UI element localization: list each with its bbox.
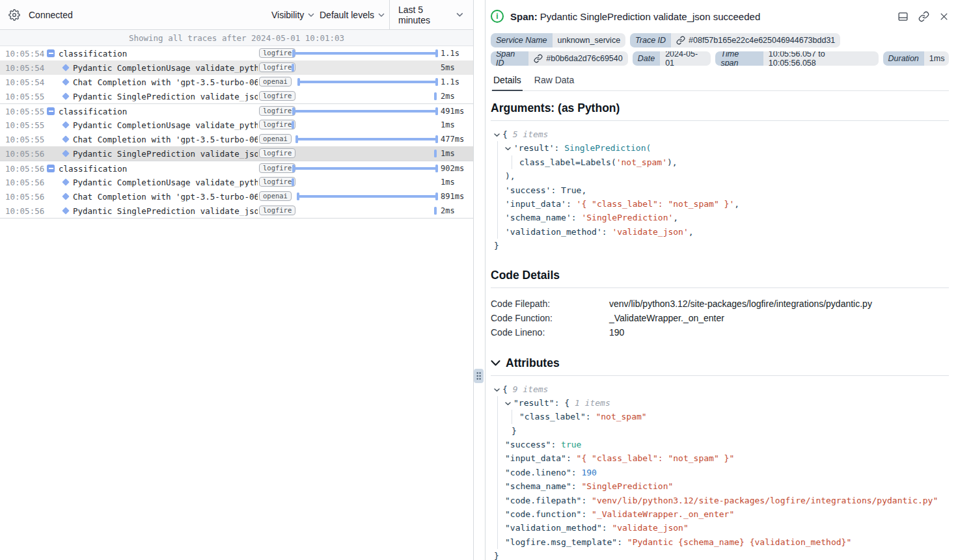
code-token-plain: ), — [505, 171, 515, 181]
trace-row[interactable]: 10:05:56classificationlogfire902ms — [0, 161, 473, 175]
duration-bar-tick — [434, 207, 437, 215]
code-line: "input_data": "{ "class_label": "not_spa… — [491, 451, 949, 465]
duration-bar — [292, 75, 438, 89]
collapse-chevron-icon — [505, 402, 511, 406]
trace-row[interactable]: 10:05:55Pydantic SinglePrediction valida… — [0, 89, 473, 103]
code-token-key: "input_data" — [505, 453, 566, 463]
duration-bar-start-tick — [292, 165, 295, 172]
duration-bar-line — [292, 110, 437, 113]
collapse-toggle-icon[interactable] — [47, 165, 55, 172]
badge-value[interactable]: #b0b6da2d76c69540 — [528, 51, 627, 66]
trace-row[interactable]: 10:05:55Pydantic CompletionUsage validat… — [0, 118, 473, 132]
scope-tag: logfire — [259, 91, 295, 101]
span-name: classification — [59, 106, 257, 116]
collapse-chevron[interactable] — [494, 382, 502, 396]
tab-raw-data[interactable]: Raw Data — [533, 75, 575, 90]
collapse-chevron[interactable] — [505, 396, 513, 410]
span-name: Chat Completion with 'gpt-3.5-turbo-061 — [73, 192, 258, 202]
code-token-str: "venv/lib/python3.12/site-packages/logfi… — [592, 496, 938, 505]
trace-row[interactable]: 10:05:54Chat Completion with 'gpt-3.5-tu… — [0, 75, 473, 89]
code-token-plain: : — [602, 523, 612, 533]
code-token-dim: 1 items — [575, 398, 610, 408]
code-token-num: 190 — [581, 468, 596, 477]
trace-row[interactable]: 10:05:54classificationlogfire1.1s — [0, 46, 473, 60]
code-line: } — [491, 549, 949, 560]
default-levels-menu[interactable]: Default levels — [320, 10, 385, 20]
code-line: "logfire.msg_template": "Pydantic {schem… — [491, 535, 949, 549]
link-icon — [918, 11, 929, 22]
time-range-selector[interactable]: Last 5 minutes — [390, 0, 473, 29]
badge-label: Duration — [883, 51, 924, 66]
collapse-chevron[interactable] — [494, 127, 502, 141]
code-details-value: _ValidateWrapper._on_enter — [609, 313, 724, 323]
panel-resize-handle[interactable] — [474, 369, 484, 383]
collapse-chevron[interactable] — [505, 141, 513, 155]
duration-bar-tick — [292, 64, 294, 72]
copy-link-button[interactable] — [918, 11, 929, 22]
code-line: { 9 items — [491, 382, 949, 396]
code-line: { 5 items — [491, 127, 949, 141]
code-token-key: "code.lineno" — [505, 468, 571, 477]
arguments-code-block: { 5 items'result': SinglePrediction(clas… — [491, 127, 949, 253]
collapse-toggle-icon[interactable] — [47, 107, 55, 115]
duration-bar-end-tick — [435, 78, 438, 86]
trace-row[interactable]: 10:05:54Pydantic CompletionUsage validat… — [0, 60, 473, 75]
duration-bar-end-tick — [435, 193, 438, 200]
span-duration: 5ms — [441, 63, 455, 72]
code-token-str: "Pydantic {schema_name} {validation_meth… — [627, 537, 851, 547]
trace-row-time: 10:05:54 — [5, 49, 44, 59]
trace-row[interactable]: 10:05:55classificationlogfire491ms — [0, 103, 473, 118]
code-token-key: "result" — [513, 398, 554, 408]
span-name: Chat Completion with 'gpt-3.5-turbo-061 — [73, 135, 258, 144]
code-line: "success": true — [491, 438, 949, 451]
duration-bar-start-tick — [292, 49, 295, 57]
trace-row[interactable]: 10:05:56Pydantic CompletionUsage validat… — [0, 175, 473, 189]
collapse-chevron-icon — [505, 147, 511, 151]
settings-button[interactable] — [8, 9, 20, 21]
span-diamond-icon — [62, 64, 69, 71]
code-line: "validation_method": "validate_json" — [491, 521, 949, 535]
trace-list-end-divider — [0, 218, 473, 219]
connection-status: Connected — [29, 10, 73, 20]
trace-row[interactable]: 10:05:56Chat Completion with 'gpt-3.5-tu… — [0, 189, 473, 204]
span-diamond-icon — [62, 92, 69, 100]
code-token-plain: 'result': — [513, 143, 564, 153]
code-token-key: "schema_name" — [505, 481, 571, 491]
attributes-section-toggle[interactable]: Attributes — [491, 356, 949, 370]
badge-date: Date2024-05-01 — [633, 51, 711, 66]
trace-row[interactable]: 10:05:56Pydantic SinglePrediction valida… — [0, 146, 473, 161]
span-diamond-icon — [62, 121, 69, 128]
scope-tag: logfire — [259, 148, 295, 158]
span-name: Pydantic CompletionUsage validate_python — [73, 178, 258, 187]
dock-panel-button[interactable] — [897, 11, 909, 22]
collapse-toggle-icon[interactable] — [47, 49, 55, 57]
span-details-panel: i Span:Pydantic SinglePrediction validat… — [485, 0, 958, 560]
duration-bar-end-tick — [435, 165, 438, 172]
badge-value-text: 1ms — [929, 54, 945, 63]
close-button[interactable] — [939, 12, 949, 21]
scope-tag: openai — [259, 134, 292, 144]
indent-guide — [497, 396, 498, 549]
scope-tag: logfire — [259, 120, 295, 129]
code-token-dim: 5 items — [513, 129, 549, 139]
tab-details[interactable]: Details — [492, 75, 523, 91]
code-token-plain: class_label=Labels( — [519, 157, 616, 167]
time-range-label: Last 5 minutes — [398, 5, 456, 25]
span-duration: 1.1s — [441, 77, 459, 87]
trace-row[interactable]: 10:05:56Pydantic SinglePrediction valida… — [0, 204, 473, 218]
duration-bar-line — [292, 167, 437, 170]
visibility-menu[interactable]: Visibility — [271, 10, 314, 20]
trace-row-time: 10:05:56 — [5, 206, 44, 216]
code-token-plain: , — [734, 199, 739, 209]
trace-row-time: 10:05:55 — [5, 120, 44, 130]
span-duration: 1.1s — [441, 49, 459, 58]
span-duration: 902ms — [441, 164, 464, 173]
duration-bar — [292, 132, 438, 146]
duration-bar-start-tick — [297, 78, 300, 86]
details-tabs: DetailsRaw Data — [491, 75, 949, 91]
badge-value[interactable]: #08f57b165e22c4e625046944673bdd31 — [671, 33, 840, 47]
badge-label: Date — [633, 51, 660, 66]
duration-bar-line — [295, 138, 437, 140]
trace-row[interactable]: 10:05:55Chat Completion with 'gpt-3.5-tu… — [0, 132, 473, 146]
duration-bar-tick — [292, 121, 294, 129]
